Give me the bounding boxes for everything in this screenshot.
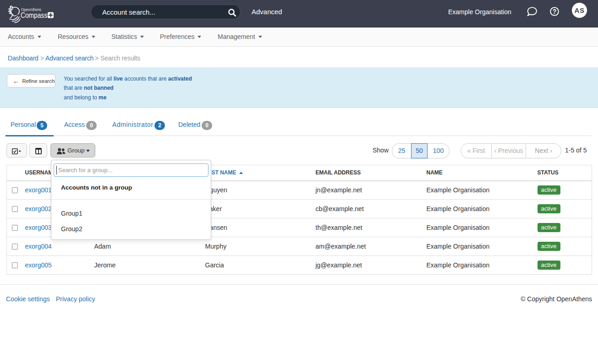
- svg-text:Compass: Compass: [21, 11, 47, 20]
- svg-text:?: ?: [553, 8, 557, 15]
